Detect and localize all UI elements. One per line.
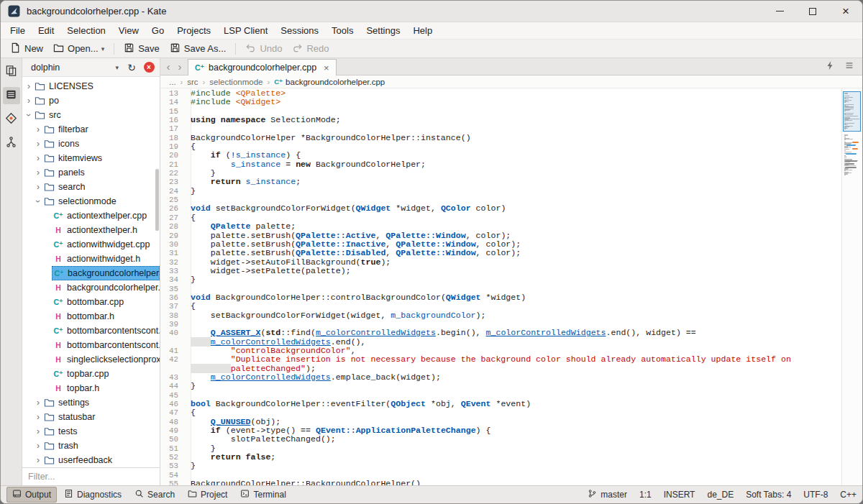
line-number[interactable]: 49	[160, 426, 185, 435]
tree-item-tests[interactable]: ›tests	[22, 424, 160, 439]
line-number[interactable]: 16	[160, 116, 185, 124]
expander-icon[interactable]: ›	[34, 426, 42, 436]
expander-icon[interactable]: ›	[24, 111, 34, 119]
statusbar-tab-width[interactable]: Soft Tabs: 4	[746, 490, 791, 500]
tree-item-content[interactable]: Hbottombar.h	[52, 309, 160, 324]
tree-item-content[interactable]: Htopbar.h	[52, 381, 160, 395]
tree-item-userfeedback[interactable]: ›userfeedback	[22, 453, 160, 467]
tree-item-content[interactable]: selectionmode	[42, 194, 160, 209]
save-as-button[interactable]: Save As...	[165, 40, 232, 58]
symbols-tool-icon[interactable]	[3, 134, 20, 152]
tree-item-bottombar-cpp[interactable]: C⁺bottombar.cpp	[22, 295, 160, 309]
expander-icon[interactable]: ›	[34, 455, 42, 465]
tree-item-content[interactable]: settings	[42, 395, 160, 410]
expander-icon[interactable]: ›	[34, 182, 42, 192]
breadcrumb-item-src[interactable]: src	[187, 78, 198, 86]
code-line[interactable]: 36void BackgroundColorHelper::controlBac…	[160, 293, 841, 302]
statusbar-input-mode[interactable]: INSERT	[664, 490, 695, 500]
tree-item-actionwithwidget-h[interactable]: Hactionwithwidget.h	[22, 252, 160, 266]
tree-item-trash[interactable]: ›trash	[22, 439, 160, 453]
expander-icon[interactable]: ›	[34, 412, 42, 422]
line-number[interactable]: 47	[160, 408, 185, 417]
tree-item-content[interactable]: kitemviews	[42, 151, 160, 165]
tree-item-settings[interactable]: ›settings	[22, 395, 160, 410]
line-number[interactable]: 17	[160, 124, 185, 133]
tree-item-content[interactable]: filterbar	[42, 122, 160, 137]
tree-item-backgroundcolorhelper-h[interactable]: Hbackgroundcolorhelper.h	[22, 280, 160, 295]
code-line[interactable]: 14#include <QWidget>	[160, 98, 841, 106]
tree-item-content[interactable]: src	[33, 108, 160, 122]
line-number[interactable]: 27	[160, 214, 185, 222]
tree-item-panels[interactable]: ›panels	[22, 165, 160, 180]
tree-item-content[interactable]: userfeedback	[42, 453, 160, 467]
tab-close-icon[interactable]: ×	[324, 63, 329, 73]
line-number[interactable]: 29	[160, 232, 185, 240]
statusbar-highlighting-mode[interactable]: C++	[840, 490, 857, 500]
code-line[interactable]: 21 s_instance = new BackgroundColorHelpe…	[160, 160, 841, 169]
code-line[interactable]: 18BackgroundColorHelper *BackgroundColor…	[160, 134, 841, 142]
minimap-viewport[interactable]	[843, 91, 861, 132]
menu-tools[interactable]: Tools	[325, 23, 360, 38]
expander-icon[interactable]: ›	[34, 398, 42, 408]
tree-item-selectionmode[interactable]: ›selectionmode	[22, 194, 160, 209]
line-number[interactable]: 52	[160, 453, 185, 462]
tree-item-content[interactable]: C⁺topbar.cpp	[52, 367, 160, 381]
statusbar-cursor-position[interactable]: 1:1	[639, 490, 652, 500]
code-line[interactable]: 46bool BackgroundColorHelper::eventFilte…	[160, 400, 841, 408]
tree-item-statusbar[interactable]: ›statusbar	[22, 410, 160, 424]
line-number[interactable]: 35	[160, 285, 185, 293]
expander-icon[interactable]: ›	[34, 441, 42, 451]
statusbar-git-branch[interactable]: master	[588, 489, 627, 500]
expander-icon[interactable]: ›	[24, 81, 33, 91]
tree-item-actionwithwidget-cpp[interactable]: C⁺actionwithwidget.cpp	[22, 237, 160, 252]
history-back-icon[interactable]: ‹	[163, 60, 174, 73]
tree-item-bottombarcontentscont-[interactable]: C⁺bottombarcontentscont...	[22, 324, 160, 338]
line-number[interactable]: 54	[160, 471, 185, 480]
line-number[interactable]: 25	[160, 196, 185, 204]
line-number[interactable]: 31	[160, 249, 185, 257]
line-number[interactable]: 37	[160, 302, 185, 311]
expander-icon[interactable]: ›	[34, 153, 42, 163]
line-number[interactable]: 40	[160, 329, 185, 337]
tree-item-content[interactable]: Hsingleclickselectionproxy...	[52, 352, 160, 367]
line-number[interactable]: 21	[160, 160, 185, 169]
undo-button[interactable]: Undo	[240, 40, 287, 58]
line-number[interactable]: 44	[160, 382, 185, 390]
code-line[interactable]: 16using namespace SelectionMode;	[160, 116, 841, 124]
code-line[interactable]: 24}	[160, 187, 841, 196]
line-number[interactable]: 23	[160, 178, 185, 186]
git-tool-icon[interactable]	[3, 111, 20, 128]
statusbar-diagnostics-button[interactable]: Diagnostics	[58, 487, 127, 503]
tree-item-src[interactable]: ›src	[22, 108, 160, 122]
code-line[interactable]: 55BackgroundColorHelper::BackgroundColor…	[160, 480, 841, 485]
line-number[interactable]: 48	[160, 418, 185, 426]
line-number[interactable]: 38	[160, 311, 185, 320]
menu-file[interactable]: File	[4, 23, 32, 38]
line-number[interactable]: 22	[160, 169, 185, 178]
tree-item-content[interactable]: search	[42, 180, 160, 194]
tree-scrollbar[interactable]	[155, 169, 159, 231]
expander-icon[interactable]: ›	[33, 197, 43, 206]
tree-item-content[interactable]: LICENSES	[33, 79, 160, 93]
redo-button[interactable]: Redo	[287, 40, 334, 58]
refresh-project-button[interactable]: ↻	[124, 60, 139, 75]
menu-projects[interactable]: Projects	[170, 23, 217, 38]
tree-item-icons[interactable]: ›icons	[22, 137, 160, 151]
line-number[interactable]: 32	[160, 258, 185, 267]
quick-open-icon[interactable]	[825, 60, 835, 73]
code-line[interactable]: 50 slotPaletteChanged();	[160, 435, 841, 444]
statusbar-encoding[interactable]: UTF-8	[803, 490, 828, 500]
menu-edit[interactable]: Edit	[32, 23, 60, 38]
tree-item-content[interactable]: tests	[42, 424, 160, 439]
line-number[interactable]: 24	[160, 187, 185, 196]
open-dropdown-caret-icon[interactable]: ▾	[101, 45, 105, 52]
line-number[interactable]: 28	[160, 222, 185, 231]
code-line[interactable]: 52 return false;	[160, 453, 841, 462]
tree-item-singleclickselectionproxy-[interactable]: Hsingleclickselectionproxy...	[22, 352, 160, 367]
tree-item-content[interactable]: C⁺actionwithwidget.cpp	[52, 237, 160, 252]
close-project-button[interactable]: ×	[142, 60, 156, 75]
line-number[interactable]: 46	[160, 400, 185, 408]
breadcrumb-item-backgroundcolorhelper-cpp[interactable]: C⁺backgroundcolorhelper.cpp	[274, 78, 385, 86]
menu-view[interactable]: View	[112, 23, 145, 38]
expander-icon[interactable]: ›	[24, 96, 33, 106]
